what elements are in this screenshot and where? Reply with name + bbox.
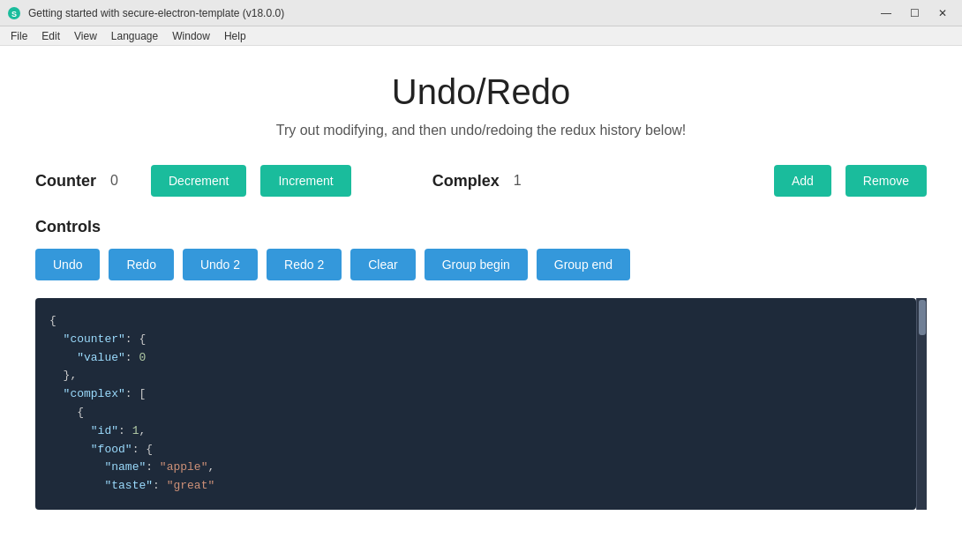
scrollbar[interactable] (916, 298, 927, 510)
main-content: Undo/Redo Try out modifying, and then un… (0, 46, 962, 560)
menu-help[interactable]: Help (217, 28, 253, 44)
add-button[interactable]: Add (774, 165, 831, 197)
page-subtitle: Try out modifying, and then undo/redoing… (35, 123, 927, 138)
json-line: { (49, 312, 902, 331)
increment-button[interactable]: Increment (260, 165, 350, 197)
complex-label: Complex (432, 172, 500, 190)
close-button[interactable]: ✕ (930, 4, 955, 23)
undo-button[interactable]: Undo (35, 249, 100, 280)
json-display: { "counter": { "value": 0 }, "complex": … (35, 298, 916, 510)
redo2-button[interactable]: Redo 2 (267, 249, 342, 280)
menu-window[interactable]: Window (165, 28, 217, 44)
json-line: "complex": [ (49, 385, 902, 404)
json-line: "value": 0 (49, 349, 902, 368)
controls-section: Controls Undo Redo Undo 2 Redo 2 Clear G… (35, 218, 927, 280)
title-bar: S Getting started with secure-electron-t… (0, 0, 962, 26)
controls-title: Controls (35, 218, 927, 236)
controls-buttons: Undo Redo Undo 2 Redo 2 Clear Group begi… (35, 249, 927, 280)
json-line: { (49, 404, 902, 422)
menu-file[interactable]: File (4, 28, 34, 44)
json-line: }, (49, 367, 902, 385)
json-line: "food": { (49, 441, 902, 459)
json-line: "id": 1, (49, 422, 902, 441)
clear-button[interactable]: Clear (350, 249, 415, 280)
scrollbar-thumb (919, 300, 926, 335)
svg-text:S: S (11, 10, 17, 19)
group-end-button[interactable]: Group end (537, 249, 630, 280)
menu-view[interactable]: View (67, 28, 104, 44)
menu-bar: File Edit View Language Window Help (0, 26, 962, 46)
counter-label: Counter (35, 172, 96, 190)
app-icon: S (7, 6, 21, 20)
group-begin-button[interactable]: Group begin (425, 249, 528, 280)
json-line: "counter": { (49, 331, 902, 349)
window-controls: — ☐ ✕ (874, 4, 955, 23)
json-wrapper: { "counter": { "value": 0 }, "complex": … (35, 298, 927, 510)
redo-button[interactable]: Redo (109, 249, 173, 280)
menu-language[interactable]: Language (104, 28, 165, 44)
json-line: "taste": "great" (49, 477, 902, 496)
page-title: Undo/Redo (35, 72, 927, 112)
json-line: "name": "apple", (49, 459, 902, 477)
remove-button[interactable]: Remove (846, 165, 927, 197)
counter-value: 0 (110, 173, 137, 189)
menu-edit[interactable]: Edit (34, 28, 67, 44)
complex-value: 1 (514, 173, 540, 189)
counter-complex-row: Counter 0 Decrement Increment Complex 1 … (35, 165, 927, 197)
maximize-button[interactable]: ☐ (902, 4, 927, 23)
decrement-button[interactable]: Decrement (151, 165, 246, 197)
undo2-button[interactable]: Undo 2 (183, 249, 258, 280)
window-title: Getting started with secure-electron-tem… (28, 7, 874, 19)
minimize-button[interactable]: — (874, 4, 898, 23)
